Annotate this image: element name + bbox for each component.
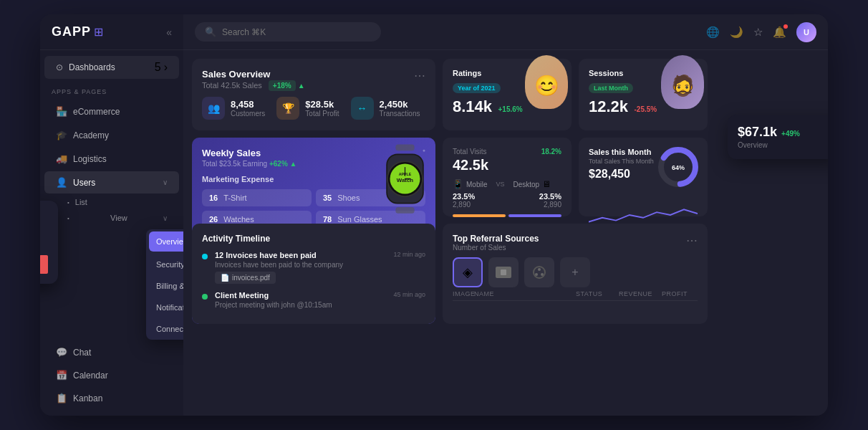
customers-label: Customers: [231, 110, 265, 118]
total-visits-change: 18.2%: [541, 148, 561, 156]
ratings-chip: Year of 2021: [453, 83, 501, 93]
search-icon: 🔍: [205, 27, 216, 37]
svg-point-17: [535, 273, 538, 276]
sidebar-item-logistics[interactable]: 🚚 Logistics: [44, 148, 179, 170]
stat-transactions: ↔ 2,450k Transactions: [351, 97, 420, 120]
view-chevron: ∨: [163, 214, 168, 222]
donut-container: 64%: [656, 145, 700, 192]
stat-profit: 🏆 $28.5k Total Profit: [276, 97, 339, 120]
sidebar: GAPP ⊞ « ⊙ Dashboards 5 › APPS & PAGES 🏪…: [40, 14, 183, 416]
dropdown-item-overview[interactable]: Overview: [149, 231, 183, 252]
timeline-item-meeting: Client Meeting 45 min ago Project meetin…: [202, 291, 425, 309]
timeline-content-meeting: Client Meeting 45 min ago Project meetin…: [215, 291, 425, 309]
col-status: STATUS: [576, 290, 619, 297]
ref-logo-3[interactable]: [524, 257, 554, 287]
logo-area: GAPP ⊞ «: [40, 14, 183, 50]
weekly-sales-title: Weekly Sales: [202, 148, 297, 158]
avatar[interactable]: U: [796, 22, 816, 42]
mini-bar: [40, 255, 48, 274]
darkmode-icon[interactable]: 🌙: [730, 26, 743, 39]
ref-logo-add[interactable]: +: [560, 257, 590, 287]
dropdown-item-connection[interactable]: Connection: [146, 318, 183, 340]
sidebar-item-calendar[interactable]: 📅 Calendar: [44, 364, 179, 386]
timeline-dot-blue: [202, 254, 208, 259]
star-icon[interactable]: ☆: [753, 26, 763, 39]
sessions-avatar: 🧔: [661, 55, 704, 109]
arrow-up-weekly: ▲: [290, 160, 297, 168]
top-referrals-card: Top Referral Sources Number of Sales ⋯ ◈…: [443, 224, 708, 324]
transactions-value: 2,450k: [380, 99, 420, 110]
total-visits-card: Total Visits 18.2% 42.5k 📱 Mobile VS Des…: [443, 138, 572, 216]
profit-float-label: Total Profit: [40, 229, 48, 236]
mobile-icon: 📱: [453, 179, 463, 189]
view-label: View: [110, 214, 127, 222]
referral-logos: ◈ +: [453, 257, 698, 287]
ratings-card: Ratings Year of 2021 8.14k +15.6% 😊: [443, 59, 572, 130]
ratings-value: 8.14k: [453, 97, 492, 115]
dropdown-item-notifications[interactable]: Notifications: [146, 297, 183, 318]
users-dropdown: Overview Security Billing & Plans Notifi…: [146, 229, 183, 340]
invoice-file[interactable]: 📄 invoices.pdf: [215, 272, 276, 284]
ref-logo-2[interactable]: [488, 257, 519, 287]
sidebar-item-view[interactable]: View ∨: [44, 210, 179, 226]
meeting-desc: Project meeting with john @10:15am: [215, 301, 425, 309]
referrals-title: Top Referral Sources: [453, 234, 539, 244]
sessions-card: Sessions Last Month 12.2k -25.5% 🧔: [579, 59, 708, 130]
revenue-change: +49%: [781, 130, 800, 138]
desktop-count: 2,890: [544, 201, 561, 209]
desktop-icon: 🖥: [542, 179, 551, 189]
timeline-dot-green: [202, 294, 208, 300]
dropdown-item-billing[interactable]: Billing & Plans: [146, 275, 183, 297]
watch-image: APPLE Watch: [371, 141, 435, 216]
svg-rect-0: [395, 144, 414, 150]
sales-overview-menu[interactable]: ⋯: [414, 69, 425, 82]
app-logo: GAPP: [52, 24, 91, 39]
transactions-icon: ↔: [351, 97, 374, 120]
sessions-chip: Last Month: [589, 83, 633, 93]
ecommerce-label: eCommerce: [73, 107, 168, 117]
sidebar-item-chat[interactable]: 💬 Chat: [44, 341, 179, 363]
academy-label: Academy: [73, 130, 168, 140]
sidebar-item-kanban[interactable]: 📋 Kanban: [44, 387, 179, 409]
pdf-icon: 📄: [221, 274, 229, 282]
svg-point-18: [541, 273, 544, 276]
ratings-avatar: 😊: [525, 55, 568, 109]
svg-text:64%: 64%: [672, 164, 685, 171]
sidebar-item-list[interactable]: List: [44, 194, 179, 210]
users-icon: 👤: [56, 177, 67, 188]
customers-value: 8,458: [231, 99, 265, 110]
bell-icon[interactable]: 🔔: [773, 26, 786, 39]
svg-point-16: [538, 268, 541, 271]
mini-bars: [40, 245, 48, 274]
svg-rect-1: [395, 207, 414, 214]
kanban-icon: 📋: [56, 393, 67, 403]
desktop-progress: [508, 214, 561, 217]
chip-tshirt: 16 T-Shirt: [202, 189, 312, 206]
sidebar-item-users[interactable]: 👤 Users ∨: [44, 171, 179, 194]
timeline-content-invoices: 12 Invoices have been paid 12 min ago In…: [215, 251, 425, 284]
topbar: 🔍 🌐 🌙 ☆ 🔔 U: [183, 14, 828, 50]
sidebar-item-dashboards[interactable]: ⊙ Dashboards 5 ›: [44, 56, 179, 79]
col-profit: PROFIT: [662, 290, 698, 297]
collapse-icon[interactable]: «: [166, 27, 172, 38]
referrals-menu[interactable]: ⋯: [686, 234, 698, 247]
col-revenue: REVENUE: [619, 290, 662, 297]
stats-row: 👥 8,458 Customers 🏆 $28.5k Total Profit: [202, 97, 425, 120]
total-visits-label: Total Visits: [453, 148, 487, 156]
search-bar[interactable]: 🔍: [195, 22, 381, 42]
translate-icon[interactable]: 🌐: [706, 26, 720, 39]
desktop-pct: 23.5%: [539, 192, 561, 201]
arrow-up-icon: ▲: [298, 82, 305, 90]
search-input[interactable]: [222, 27, 371, 37]
sales-overview-card: Sales Overview Total 42.5k Sales +18% ▲ …: [192, 59, 435, 130]
dashboards-badge: 5: [155, 61, 161, 74]
ref-logo-1[interactable]: ◈: [453, 257, 483, 287]
mobile-count: 2,890: [453, 201, 471, 209]
sidebar-item-academy[interactable]: 🎓 Academy: [44, 124, 179, 146]
dropdown-item-security[interactable]: Security: [146, 254, 183, 275]
sidebar-item-ecommerce[interactable]: 🏪 eCommerce: [44, 100, 179, 123]
progress-bars: [453, 214, 561, 217]
chat-label: Chat: [73, 348, 168, 358]
desktop-breakdown: Desktop 🖥: [513, 179, 551, 189]
academy-icon: 🎓: [56, 130, 67, 140]
